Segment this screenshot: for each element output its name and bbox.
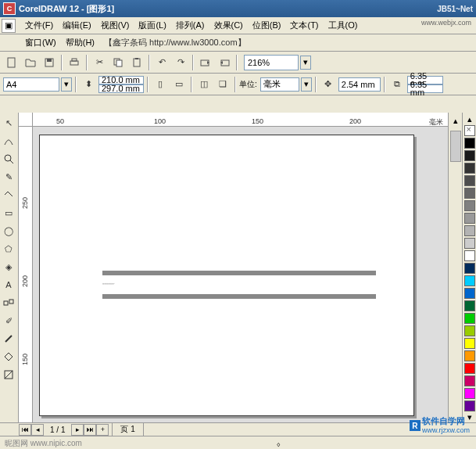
color-swatch[interactable] bbox=[464, 338, 475, 349]
zoom-input[interactable]: 216% bbox=[244, 55, 299, 70]
menu-edit[interactable]: 编辑(E) bbox=[58, 17, 96, 34]
color-swatch[interactable] bbox=[464, 138, 475, 149]
basic-shapes-tool[interactable]: ◈ bbox=[0, 258, 17, 275]
color-swatch[interactable] bbox=[464, 275, 475, 286]
pages-icon2[interactable]: ❏ bbox=[214, 76, 231, 93]
menu-view[interactable]: 视图(V) bbox=[96, 17, 134, 34]
color-swatch[interactable] bbox=[464, 163, 475, 174]
eyedropper-tool[interactable]: ✐ bbox=[0, 312, 17, 329]
color-swatch[interactable] bbox=[464, 225, 475, 236]
paper-size-select[interactable]: A4 bbox=[3, 77, 59, 92]
no-fill-swatch[interactable]: × bbox=[464, 125, 475, 136]
landscape-button[interactable]: ▭ bbox=[170, 76, 188, 93]
menu-layout[interactable]: 版面(L) bbox=[134, 17, 170, 34]
color-swatch[interactable] bbox=[464, 175, 475, 186]
color-swatch[interactable] bbox=[464, 325, 475, 336]
menu-file[interactable]: 文件(F) bbox=[20, 17, 58, 34]
vertical-ruler[interactable]: 150 200 250 bbox=[19, 127, 33, 422]
watermark-top2: www.webjx.com bbox=[421, 19, 471, 27]
export-button[interactable] bbox=[216, 54, 233, 71]
color-swatch[interactable] bbox=[464, 300, 475, 311]
fill-tool[interactable] bbox=[0, 348, 17, 365]
units-dropdown[interactable]: ▾ bbox=[301, 77, 312, 92]
redo-button[interactable]: ↷ bbox=[172, 54, 189, 71]
color-swatch[interactable] bbox=[464, 238, 475, 249]
menu-text[interactable]: 文本(T) bbox=[285, 17, 323, 34]
blend-tool[interactable] bbox=[0, 294, 17, 311]
zoom-tool[interactable] bbox=[0, 150, 17, 167]
color-swatch[interactable] bbox=[464, 363, 475, 374]
svg-rect-4 bbox=[72, 59, 77, 61]
greek-key-artwork[interactable] bbox=[102, 268, 376, 301]
color-swatch[interactable] bbox=[464, 388, 475, 399]
menu-tools[interactable]: 工具(O) bbox=[324, 17, 363, 34]
canvas[interactable] bbox=[33, 127, 448, 422]
palette-up-icon[interactable]: ▴ bbox=[463, 114, 476, 124]
menu-promo[interactable]: 【鑫字条码 http://www.lw3000.com】 bbox=[99, 34, 251, 51]
shape-tool[interactable] bbox=[0, 132, 17, 149]
interactive-fill-tool[interactable] bbox=[0, 366, 17, 383]
page-width-input[interactable]: 210.0 mm bbox=[98, 76, 144, 84]
vertical-scrollbar[interactable]: ▴ bbox=[448, 113, 462, 422]
menu-window[interactable]: 窗口(W) bbox=[20, 34, 61, 51]
new-button[interactable] bbox=[3, 54, 20, 71]
color-swatch[interactable] bbox=[464, 200, 475, 211]
color-swatch[interactable] bbox=[464, 375, 475, 386]
freehand-tool[interactable]: ✎ bbox=[0, 168, 17, 185]
color-swatch[interactable] bbox=[464, 188, 475, 199]
open-button[interactable] bbox=[22, 54, 39, 71]
color-swatch[interactable] bbox=[464, 213, 475, 224]
ellipse-tool[interactable]: ◯ bbox=[0, 222, 17, 239]
color-swatch[interactable] bbox=[464, 313, 475, 324]
page-height-input[interactable]: 297.0 mm bbox=[98, 84, 144, 93]
standard-toolbar: ✂ ↶ ↷ 216% ▾ bbox=[0, 52, 476, 74]
pages-icon1[interactable]: ◫ bbox=[195, 76, 213, 93]
color-swatch[interactable] bbox=[464, 250, 475, 261]
first-page-button[interactable]: ⏮ bbox=[19, 424, 31, 436]
paste-button[interactable] bbox=[128, 54, 145, 71]
scroll-up-icon[interactable]: ▴ bbox=[453, 116, 458, 126]
svg-line-12 bbox=[10, 160, 13, 163]
paper-size-dropdown[interactable]: ▾ bbox=[61, 77, 72, 92]
page-tab[interactable]: 页 1 bbox=[112, 423, 143, 436]
zoom-dropdown[interactable]: ▾ bbox=[300, 56, 311, 70]
color-swatch[interactable] bbox=[464, 401, 475, 411]
cursor-icon: ⬨ bbox=[276, 439, 281, 448]
dup-y-input[interactable]: 6.35 mm bbox=[407, 84, 443, 93]
text-tool[interactable]: A bbox=[0, 276, 17, 293]
property-bar: A4 ▾ ⬍ 210.0 mm 297.0 mm ▯ ▭ ◫ ❏ 单位: 毫米 … bbox=[0, 74, 476, 95]
units-label: 单位: bbox=[239, 79, 257, 90]
scroll-thumb[interactable] bbox=[450, 131, 461, 162]
next-page-button[interactable]: ▸ bbox=[71, 424, 84, 436]
color-swatch[interactable] bbox=[464, 288, 475, 299]
save-button[interactable] bbox=[41, 54, 58, 71]
cut-button[interactable]: ✂ bbox=[91, 54, 108, 71]
last-page-button[interactable]: ⏭ bbox=[84, 424, 96, 436]
import-button[interactable] bbox=[197, 54, 214, 71]
svg-rect-7 bbox=[134, 59, 140, 66]
rectangle-tool[interactable]: ▭ bbox=[0, 204, 17, 221]
add-page-button[interactable]: + bbox=[96, 424, 109, 436]
pick-tool[interactable]: ↖ bbox=[0, 114, 17, 131]
print-button[interactable] bbox=[66, 54, 83, 71]
horizontal-ruler[interactable]: 50 100 150 200 毫米 bbox=[33, 113, 448, 127]
color-swatch[interactable] bbox=[464, 263, 475, 274]
undo-button[interactable]: ↶ bbox=[153, 54, 170, 71]
portrait-button[interactable]: ▯ bbox=[152, 76, 169, 93]
outline-tool[interactable] bbox=[0, 330, 17, 347]
smart-draw-tool[interactable] bbox=[0, 186, 17, 203]
menu-effects[interactable]: 效果(C) bbox=[209, 17, 248, 34]
menu-arrange[interactable]: 排列(A) bbox=[171, 17, 209, 34]
color-swatch[interactable] bbox=[464, 150, 475, 161]
menu-bitmap[interactable]: 位图(B) bbox=[248, 17, 286, 34]
ruler-origin[interactable] bbox=[19, 113, 33, 127]
color-swatch[interactable] bbox=[464, 350, 475, 361]
nudge-input[interactable]: 2.54 mm bbox=[338, 77, 381, 92]
units-select[interactable]: 毫米 bbox=[260, 77, 299, 92]
polygon-tool[interactable]: ⬠ bbox=[0, 240, 17, 257]
prev-page-button[interactable]: ◂ bbox=[31, 424, 44, 436]
copy-button[interactable] bbox=[109, 54, 127, 71]
menu-help[interactable]: 帮助(H) bbox=[61, 34, 99, 51]
svg-rect-8 bbox=[135, 58, 138, 59]
control-menu-icon[interactable]: ▣ bbox=[2, 19, 16, 33]
